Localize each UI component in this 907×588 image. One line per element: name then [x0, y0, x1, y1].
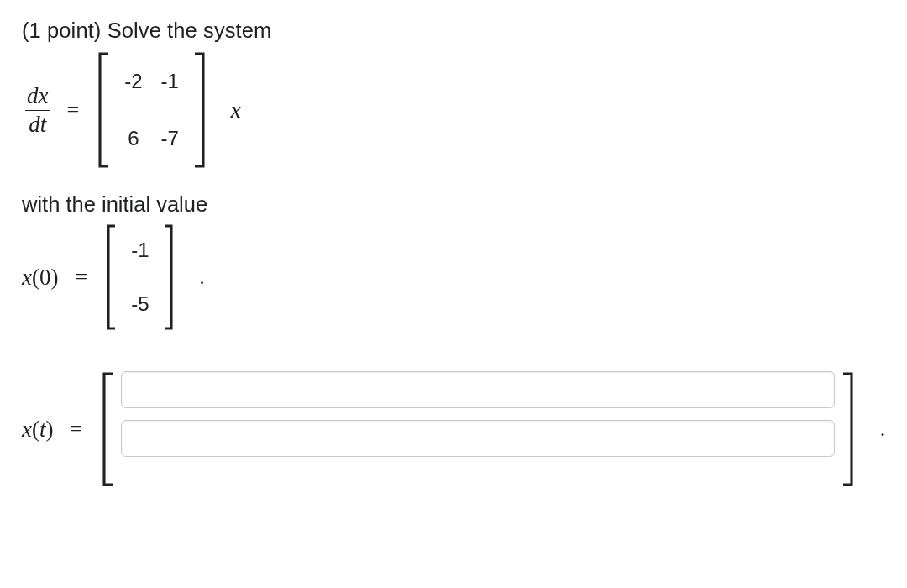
point-value: (1 point)	[22, 18, 107, 42]
initial-value-prompt: with the initial value	[22, 192, 885, 217]
system-equation: dx dt = -2 -1 6 -7 x	[22, 51, 885, 169]
matrix-cell: -1	[161, 70, 179, 93]
derivative-dx-dt: dx dt	[25, 84, 50, 136]
answer-input-2[interactable]	[121, 420, 835, 457]
vector-grid: -1 -5	[118, 223, 162, 331]
right-bracket-icon	[192, 51, 207, 169]
initial-vector: -1 -5	[104, 223, 176, 331]
left-bracket-icon	[104, 223, 118, 331]
equals-sign: =	[70, 265, 92, 290]
x-of-zero: x(0)	[22, 265, 58, 291]
left-bracket-icon	[96, 51, 111, 169]
problem-prompt: (1 point) Solve the system	[22, 18, 885, 43]
equals-sign: =	[66, 417, 88, 442]
matrix-cell: -2	[124, 70, 142, 93]
initial-value-equation: x(0) = -1 -5 .	[22, 223, 885, 331]
period: .	[868, 418, 885, 441]
state-vector-x: x	[219, 97, 241, 123]
equals-sign: =	[61, 97, 84, 123]
period: .	[187, 266, 204, 289]
right-bracket-icon	[162, 223, 176, 331]
problem-page: (1 point) Solve the system dx dt = -2 -1…	[0, 0, 907, 588]
matrix-cell: 6	[128, 127, 139, 150]
matrix-grid: -2 -1 6 -7	[111, 51, 192, 169]
frac-numerator: dx	[27, 83, 48, 108]
answer-vector	[99, 371, 857, 487]
answer-equation: x(t) = .	[22, 371, 885, 487]
answer-input-1[interactable]	[121, 371, 835, 408]
vector-cell: -5	[131, 292, 149, 316]
answer-inputs	[116, 371, 840, 487]
prompt-text: Solve the system	[107, 18, 272, 42]
left-bracket-icon	[99, 371, 116, 487]
x-of-t: x(t)	[22, 417, 54, 443]
right-bracket-icon	[840, 371, 857, 487]
frac-denominator: dt	[29, 112, 46, 137]
vector-cell: -1	[131, 239, 149, 262]
matrix-cell: -7	[161, 127, 179, 150]
coefficient-matrix: -2 -1 6 -7	[96, 51, 207, 169]
